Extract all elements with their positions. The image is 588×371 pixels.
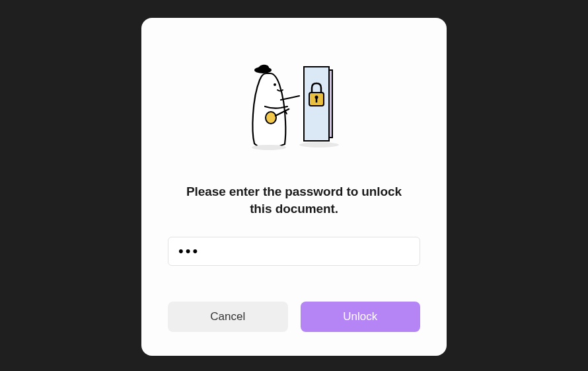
svg-point-6 — [252, 145, 286, 150]
cancel-button[interactable]: Cancel — [168, 302, 288, 332]
character-unlock-icon — [235, 55, 353, 161]
svg-point-4 — [274, 83, 276, 86]
password-dialog: Please enter the password to unlock this… — [141, 18, 447, 356]
svg-point-2 — [299, 142, 339, 147]
password-input[interactable] — [168, 237, 420, 266]
dialog-prompt-text: Please enter the password to unlock this… — [168, 183, 420, 217]
unlock-illustration — [235, 55, 353, 161]
svg-point-5 — [266, 112, 276, 124]
unlock-button[interactable]: Unlock — [301, 302, 421, 332]
dialog-button-row: Cancel Unlock — [168, 302, 420, 332]
